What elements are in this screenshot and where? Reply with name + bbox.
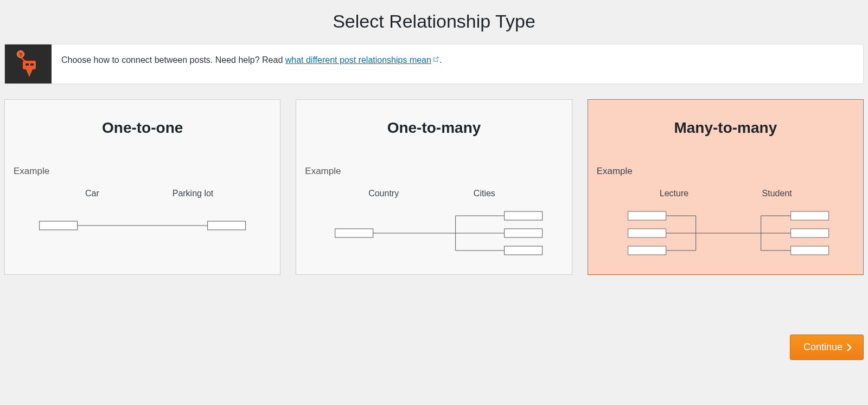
svg-rect-2 (23, 61, 36, 69)
one-to-one-diagram (14, 209, 271, 242)
card-one-to-one[interactable]: One-to-one Example Car Parking lot (4, 99, 280, 275)
svg-rect-20 (790, 211, 828, 220)
right-entity-label: Cities (434, 189, 535, 198)
card-title: One-to-many (305, 119, 563, 137)
help-banner: ? Choose how to connect between posts. N… (4, 44, 864, 84)
svg-rect-11 (505, 246, 542, 255)
page-title: Select Relationship Type (0, 11, 868, 32)
example-label: Example (597, 166, 854, 177)
help-link[interactable]: what different post relationships mean (285, 55, 439, 65)
svg-rect-4 (30, 63, 34, 66)
continue-button[interactable]: Continue (790, 335, 864, 360)
card-many-to-many[interactable]: Many-to-many Example Lecture Student (588, 99, 864, 275)
left-entity-label: Car (42, 189, 143, 198)
help-text-prefix: Choose how to connect between posts. Nee… (61, 55, 285, 65)
right-entity-label: Parking lot (143, 189, 244, 198)
svg-rect-22 (790, 246, 828, 255)
help-text-suffix: . (439, 55, 442, 65)
help-text: Choose how to connect between posts. Nee… (52, 44, 451, 83)
svg-rect-8 (335, 229, 373, 237)
svg-rect-9 (505, 211, 542, 220)
svg-rect-21 (790, 229, 828, 237)
example-label: Example (14, 166, 271, 177)
toolset-robot-icon: ? (5, 44, 52, 83)
right-entity-label: Student (725, 189, 828, 198)
svg-rect-10 (505, 229, 542, 237)
left-entity-label: Lecture (623, 189, 726, 198)
card-one-to-many[interactable]: One-to-many Example Country Cities (296, 99, 572, 275)
card-title: Many-to-many (597, 119, 854, 137)
svg-rect-19 (628, 246, 666, 255)
external-link-icon (432, 55, 439, 65)
example-label: Example (305, 166, 563, 177)
continue-button-label: Continue (803, 342, 843, 353)
svg-rect-3 (25, 63, 29, 66)
chevron-right-icon (847, 344, 852, 351)
svg-rect-6 (208, 221, 246, 230)
many-to-many-diagram (597, 209, 854, 258)
svg-rect-18 (628, 229, 666, 237)
svg-rect-17 (628, 211, 666, 220)
card-title: One-to-one (14, 119, 271, 137)
svg-text:?: ? (19, 52, 22, 57)
svg-rect-5 (40, 221, 78, 230)
left-entity-label: Country (333, 189, 434, 198)
one-to-many-diagram (305, 209, 563, 258)
